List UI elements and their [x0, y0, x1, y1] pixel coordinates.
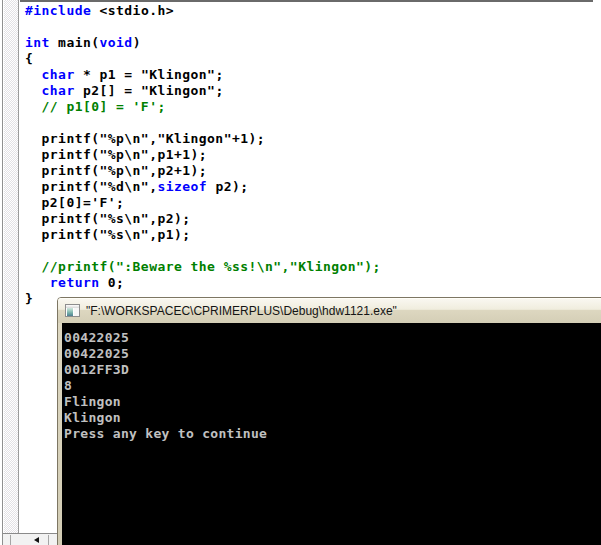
code-line: printf("%s\n",p2); — [25, 211, 593, 227]
screenshot-stage: #include <stdio.h> int main(void){ char … — [0, 0, 601, 545]
editor-top-border — [20, 0, 593, 2]
console-line: 00422025 — [64, 330, 601, 346]
code-line: char p2[] = "Klingon"; — [25, 83, 593, 99]
console-line: 00422025 — [64, 346, 601, 362]
scroll-left-icon — [34, 537, 39, 543]
editor-selection-margin[interactable] — [4, 0, 18, 533]
code-line: //printf(":Beware the %ss!\n","Klingon")… — [25, 259, 593, 275]
console-titlebar[interactable]: "F:\WORKSPACEC\CPRIMERPLUS\Debug\hdw1121… — [58, 298, 601, 323]
scroll-left-button[interactable] — [27, 535, 48, 545]
editor-margin-divider — [18, 0, 19, 533]
console-output-area[interactable]: 00422025004220250012FF3D8FlingonKlingonP… — [62, 323, 601, 545]
console-output-text: 00422025004220250012FF3D8FlingonKlingonP… — [62, 323, 601, 442]
code-line: { — [25, 51, 593, 67]
code-line — [25, 115, 593, 131]
code-line: // p1[0] = 'F'; — [25, 99, 593, 115]
horizontal-scrollbar[interactable] — [3, 533, 59, 545]
code-line: #include <stdio.h> — [25, 3, 593, 19]
code-line — [25, 243, 593, 259]
code-line: printf("%s\n",p1); — [25, 227, 593, 243]
console-window-icon[interactable] — [65, 304, 80, 317]
code-line: p2[0]='F'; — [25, 195, 593, 211]
code-line: printf("%d\n",sizeof p2); — [25, 179, 593, 195]
console-window-icon-right-pane — [74, 308, 79, 316]
editor-left-border — [2, 0, 3, 545]
console-line: Flingon — [64, 394, 601, 410]
code-line: printf("%p\n",p2+1); — [25, 163, 593, 179]
console-line: 0012FF3D — [64, 362, 601, 378]
console-line: Press any key to continue — [64, 426, 601, 442]
console-window: "F:\WORKSPACEC\CPRIMERPLUS\Debug\hdw1121… — [57, 297, 601, 545]
code-line: printf("%p\n",p1+1); — [25, 147, 593, 163]
code-line — [25, 19, 593, 35]
scrollbar-button-divider — [48, 535, 49, 545]
code-line: int main(void) — [25, 35, 593, 51]
code-line: printf("%p\n","Klingon"+1); — [25, 131, 593, 147]
code-line: return 0; — [25, 275, 593, 291]
scrollbar-splitter-divider — [10, 535, 11, 545]
code-line: char * p1 = "Klingon"; — [25, 67, 593, 83]
console-window-title: "F:\WORKSPACEC\CPRIMERPLUS\Debug\hdw1121… — [86, 304, 397, 318]
console-line: Klingon — [64, 410, 601, 426]
console-window-icon-left-pane — [67, 308, 73, 316]
console-line: 8 — [64, 378, 601, 394]
